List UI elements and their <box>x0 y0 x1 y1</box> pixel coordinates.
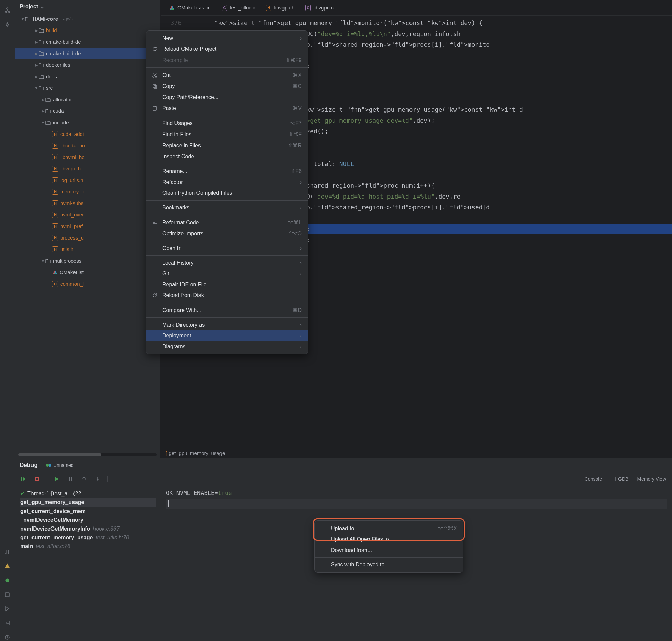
menu-item[interactable]: Reformat Code⌥⌘L <box>146 217 308 228</box>
structure-icon[interactable] <box>4 7 11 14</box>
more-icon[interactable]: ⋯ <box>4 35 11 43</box>
menu-item[interactable]: Rename...⇧F6 <box>146 166 308 177</box>
breadcrumb[interactable]: ] get_gpu_memory_usage <box>161 448 672 458</box>
editor-tab[interactable]: CMakeLists.txt <box>169 3 211 13</box>
menu-item[interactable]: Git › <box>146 268 308 279</box>
menu-item[interactable]: Replace in Files...⇧⌘R <box>146 140 308 151</box>
tree-item[interactable]: CMakeList <box>15 267 160 278</box>
menu-item[interactable]: Copy⌘C <box>146 81 308 92</box>
svg-point-15 <box>46 464 49 466</box>
tree-item[interactable]: ▶cuda <box>15 105 160 117</box>
terminal-tool-icon[interactable] <box>4 619 11 627</box>
tree-item[interactable]: ▶allocator <box>15 94 160 105</box>
menu-item[interactable]: Reload CMake Project <box>146 44 308 55</box>
step-over-button[interactable] <box>80 475 88 483</box>
menu-item[interactable]: Repair IDE on File <box>146 279 308 290</box>
menu-item[interactable]: Diagrams › <box>146 341 308 352</box>
menu-item[interactable]: Local History › <box>146 258 308 268</box>
tree-item[interactable]: Hutils.h <box>15 244 160 255</box>
tree-item[interactable]: Hnvml-subs <box>15 197 160 209</box>
chevron-down-icon: ⌄ <box>40 3 44 10</box>
menu-item[interactable]: Find Usages⌥F7 <box>146 118 308 129</box>
frame-row[interactable]: get_current_device_mem <box>20 507 156 516</box>
tree-item[interactable]: ▶docs <box>15 71 160 82</box>
menu-item[interactable]: Optimize Imports^⌥O <box>146 228 308 239</box>
tree-item[interactable]: Hcommon_l <box>15 278 160 290</box>
resume-button[interactable] <box>20 475 27 483</box>
frames-list[interactable]: ✔Thread-1-[test_al...(22get_gpu_memory_u… <box>15 486 161 641</box>
menu-item[interactable]: Find in Files...⇧⌘F <box>146 129 308 140</box>
run-configuration[interactable]: Unnamed <box>46 462 74 468</box>
tree-item[interactable]: Hlibcuda_ho <box>15 140 160 151</box>
paste-icon <box>152 106 158 111</box>
menu-item[interactable]: Refactor › <box>146 177 308 188</box>
svg-point-0 <box>6 8 8 10</box>
tree-item[interactable]: ▼multiprocess <box>15 255 160 267</box>
tree-item[interactable]: Hcuda_addi <box>15 128 160 140</box>
menu-item[interactable]: Cut⌘X <box>146 69 308 81</box>
h-icon: H <box>52 223 58 229</box>
frame-row[interactable]: maintest_alloc.c:76 <box>20 542 156 551</box>
reload-icon <box>152 46 158 52</box>
frame-row[interactable]: get_current_memory_usagetest_utils.h:70 <box>20 533 156 542</box>
pause-button[interactable] <box>67 475 74 483</box>
horizontal-scrollbar[interactable] <box>18 453 157 456</box>
tree-item[interactable]: Hnvml_over <box>15 209 160 220</box>
stop-button[interactable] <box>33 475 41 483</box>
menu-item[interactable]: Mark Directory as › <box>146 319 308 330</box>
menu-item[interactable]: Deployment › <box>146 330 308 341</box>
bookmark-tool-icon[interactable] <box>4 591 11 598</box>
step-into-button[interactable] <box>94 475 101 483</box>
tree-item[interactable]: ▼src <box>15 82 160 94</box>
tree-item[interactable]: ▶cmake-build-de <box>15 48 160 59</box>
menu-item[interactable]: Inspect Code... <box>146 151 308 162</box>
tree-root[interactable]: ▼HAMi-core~/go/s <box>15 13 160 25</box>
tree-item[interactable]: ▶dockerfiles <box>15 59 160 71</box>
tree-item[interactable]: Hprocess_u <box>15 232 160 244</box>
commit-icon[interactable] <box>4 21 11 28</box>
menu-item[interactable]: Compare With...⌘D <box>146 304 308 316</box>
submenu-item[interactable]: Upload All Open Files to... <box>315 534 463 545</box>
menu-item: Recompile⇧⌘F9 <box>146 55 308 66</box>
tree-item[interactable]: ▶cmake-build-de <box>15 36 160 48</box>
sort-icon[interactable] <box>4 548 11 556</box>
tree-item[interactable]: Hlibvgpu.h <box>15 163 160 175</box>
submenu-item[interactable]: Upload to...⌥⇧⌘X <box>315 523 463 534</box>
tree-item[interactable]: Hlibnvml_ho <box>15 151 160 163</box>
editor-tab[interactable]: Ctest_alloc.c <box>221 3 256 13</box>
menu-item[interactable]: Paste⌘V <box>146 103 308 114</box>
tree-item[interactable]: ▼include <box>15 117 160 128</box>
menu-item[interactable]: Reload from Disk <box>146 290 308 301</box>
tree-item[interactable]: Hmemory_li <box>15 186 160 197</box>
project-tree[interactable]: ▼HAMi-core~/go/s▶build▶cmake-build-de▶cm… <box>15 13 160 453</box>
submenu-item[interactable]: Download from... <box>315 545 463 556</box>
svg-point-3 <box>6 24 9 26</box>
debug-tab-memory[interactable]: Memory View <box>636 474 667 484</box>
svg-rect-28 <box>154 86 157 88</box>
warning-icon[interactable] <box>4 562 11 570</box>
menu-item[interactable]: Clean Python Compiled Files <box>146 188 308 199</box>
run-tool-icon[interactable] <box>4 605 11 613</box>
menu-item[interactable]: New › <box>146 33 308 44</box>
menu-item[interactable]: Bookmarks › <box>146 202 308 213</box>
h-icon: H <box>52 246 58 253</box>
submenu-item[interactable]: Sync with Deployed to... <box>315 559 463 570</box>
tree-item[interactable]: Hlog_utils.h <box>15 175 160 186</box>
frame-row[interactable]: nvmlDeviceGetMemoryInfohook.c:367 <box>20 524 156 533</box>
left-tool-rail: ⋯ <box>0 0 15 641</box>
frame-row[interactable]: _nvmlDeviceGetMemory <box>20 516 156 524</box>
menu-item[interactable]: Open In › <box>146 243 308 254</box>
project-header[interactable]: Project ⌄ <box>15 0 160 13</box>
rerun-button[interactable] <box>53 475 60 483</box>
editor-tab[interactable]: Hlibvgpu.h <box>265 3 295 13</box>
menu-item[interactable]: Copy Path/Reference... <box>146 92 308 103</box>
tree-item[interactable]: ▶build <box>15 25 160 36</box>
thread-row[interactable]: ✔Thread-1-[test_al...(22 <box>20 489 156 498</box>
problems-icon[interactable] <box>4 633 11 641</box>
debug-icon[interactable] <box>4 577 11 584</box>
tree-item[interactable]: Hnvml_pref <box>15 220 160 232</box>
debug-tab-console[interactable]: Console <box>583 474 603 484</box>
editor-tab[interactable]: Clibvgpu.c <box>304 3 334 13</box>
debug-tab-gdb[interactable]: GDB <box>609 474 630 484</box>
frame-row[interactable]: get_gpu_memory_usage <box>20 498 156 507</box>
